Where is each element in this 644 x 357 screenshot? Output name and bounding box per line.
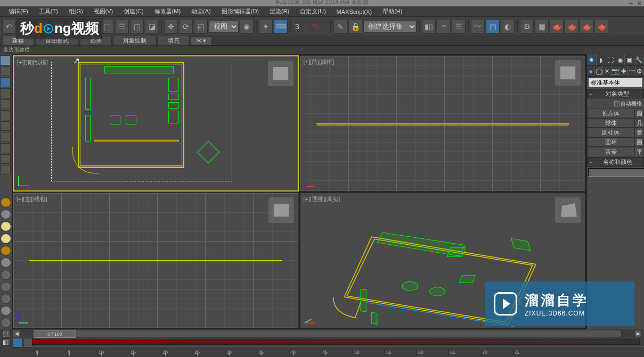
minimize-icon[interactable]: ─ [629,0,633,7]
object-type-rollout[interactable]: -对象类型 [587,89,644,98]
cylinder-button[interactable]: 圆柱体 [587,128,634,137]
systems-cat-icon[interactable]: ⚙ [636,66,644,76]
select-name-button[interactable]: ☰ [115,20,129,34]
render-production-button[interactable]: 🫖 [550,20,564,34]
render-setup-button[interactable]: ⚙ [520,20,534,34]
lock-selection-button[interactable]: 🔒 [348,20,362,34]
helpers-cat-icon[interactable]: ✚ [620,66,628,76]
menu-modifiers[interactable]: 修改器(M) [150,6,185,16]
viewport-front-label[interactable]: [+][前][线框] [304,58,335,66]
named-selection-dropdown[interactable]: 创建选择集 [363,21,417,32]
geometry-cat-icon[interactable]: ● [587,66,595,76]
menu-edit[interactable]: 编辑(E) [4,6,32,16]
tool-sphere-icon[interactable] [0,88,11,98]
select-manipulate-button[interactable]: ✦ [259,20,273,34]
viewcube-icon[interactable] [555,60,581,86]
render-iterative-button[interactable]: 🫖 [565,20,578,34]
sphere-button[interactable]: 球体 [587,118,634,128]
select-region-button[interactable]: ◫ [130,20,144,34]
rendered-frame-button[interactable]: ▦ [535,20,549,34]
tool-pyramid-icon[interactable] [0,143,11,153]
tool-cylinder-icon[interactable] [0,99,11,110]
swatch-tan[interactable] [1,234,11,244]
viewport-top-label[interactable]: [+][顶][线框] [17,59,48,67]
layers-button[interactable]: ☰ [452,20,466,34]
torus-button[interactable]: 圆环 [587,137,634,147]
schematic-view-button[interactable]: ▤ [486,20,500,34]
swatch-silver[interactable] [1,258,11,268]
menu-tools[interactable]: 工具(T) [35,6,62,16]
undo-button[interactable]: ↶ [2,20,16,34]
hierarchy-tab-icon[interactable]: ⛶ [606,54,616,65]
window-crossing-button[interactable]: ◪ [145,20,159,34]
tool-box-icon[interactable] [0,67,11,77]
key-mode-button[interactable]: ◧ [2,338,11,346]
menu-group[interactable]: 组(G) [64,6,87,16]
viewcube-icon[interactable] [268,197,294,223]
tool-brush-icon[interactable] [0,55,11,65]
teapot-button[interactable]: 茶壶 [587,147,634,156]
mini-listener-button-2[interactable] [23,338,32,347]
menu-maxscript[interactable]: MAXScript(X) [332,7,377,16]
select-rotate-button[interactable]: ⟳ [179,20,193,34]
tool-tube-icon[interactable] [0,154,11,164]
scroll-left-icon[interactable]: ◀ [13,330,20,337]
tab-dropdown[interactable]: ✉ ▾ [191,36,212,45]
menu-animation[interactable]: 动画(A) [187,6,215,16]
tool-teapot-icon[interactable] [0,165,11,175]
tool-plane-icon[interactable] [0,77,11,87]
geosphere-button[interactable]: 几 [634,118,644,128]
viewport-left-label[interactable]: [+][左][线框] [17,195,47,203]
swatch-light[interactable] [1,306,11,316]
tab-object-paint[interactable]: 对象绘制 [113,36,157,46]
cone-button[interactable]: 圆 [634,109,644,118]
snap-2d-icon[interactable]: 3 [295,22,299,31]
plane-button[interactable]: 平 [634,147,644,156]
select-move-button[interactable]: ✥ [164,20,178,34]
viewport-top[interactable]: [+][顶][线框] [13,55,299,192]
angle-snap-icon[interactable]: ∩ [304,22,309,31]
viewcube-icon[interactable] [268,61,294,86]
use-center-button[interactable]: ◉ [240,20,254,34]
set-key-filter-button[interactable]: ⬚ [2,330,11,337]
shapes-cat-icon[interactable]: ◯ [595,66,603,76]
mirror-button[interactable]: ▮▯ [422,20,436,34]
box-button[interactable]: 长方体 [587,109,634,118]
tool-cone-icon[interactable] [0,121,11,131]
menu-view[interactable]: 视图(V) [89,6,118,16]
auto-grid-checkbox[interactable]: 自动栅格 [587,99,644,109]
align-button[interactable]: ≡ [437,20,451,34]
mini-listener-button[interactable] [13,338,22,347]
tube-button[interactable]: 管 [634,128,644,137]
lights-cat-icon[interactable]: ☀ [603,66,611,76]
time-slider[interactable]: 0 / 100 [33,330,622,337]
select-scale-button[interactable]: ◰ [194,20,208,34]
swatch-ochre[interactable] [1,246,11,256]
swatch-cream[interactable] [1,221,11,231]
object-name-input[interactable] [588,168,644,177]
viewport-front[interactable]: [+][前][线框] [300,55,586,192]
category-dropdown[interactable]: 标准基本体 [588,78,643,87]
render-last-button[interactable]: 🫖 [594,20,608,34]
menu-customize[interactable]: 自定义(U) [296,6,330,16]
viewport-persp-label[interactable]: [+][透视][真实] [304,195,340,203]
spacewarps-cat-icon[interactable]: 〰 [628,66,636,76]
cameras-cat-icon[interactable]: 📷 [612,66,620,76]
edit-selection-button[interactable]: ✎ [333,20,347,34]
swatch-gold[interactable] [1,197,11,207]
motion-tab-icon[interactable]: ◉ [615,54,625,65]
swatch-grey[interactable] [1,210,11,220]
swatch-dark[interactable] [1,270,11,280]
swatch-dark2[interactable] [1,282,11,292]
modify-tab-icon[interactable]: ◗ [597,54,606,65]
scroll-right-icon[interactable]: ▶ [634,330,642,337]
time-slider-thumb[interactable]: 0 / 100 [34,330,76,338]
menu-graph-editors[interactable]: 图形编辑器(D) [217,6,263,16]
swatch-dark3[interactable] [1,294,11,304]
pyramid-button[interactable]: 圆 [634,137,644,147]
create-tab-icon[interactable]: ✸ [587,54,597,65]
menu-rendering[interactable]: 渲染(R) [265,6,294,16]
swatch-end[interactable] [1,318,11,328]
close-icon[interactable]: ✕ [637,0,642,7]
menu-create[interactable]: 创建(C) [119,6,148,16]
